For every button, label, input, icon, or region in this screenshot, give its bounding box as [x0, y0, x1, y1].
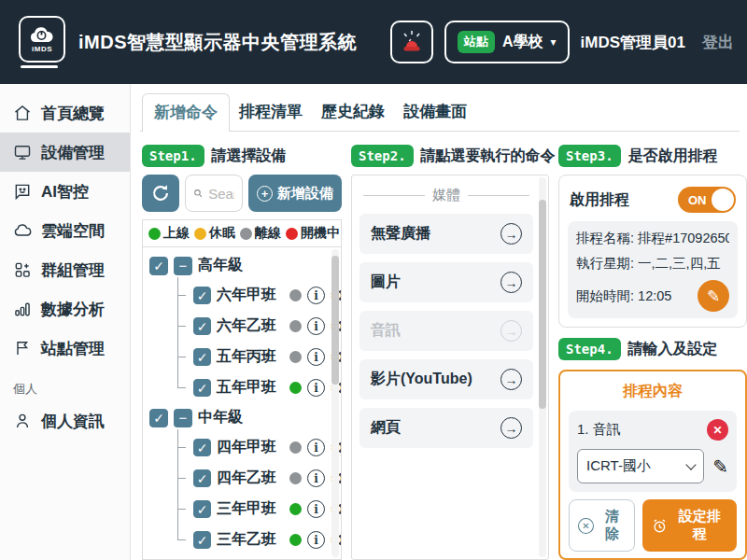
media-section-divider: 媒體 [363, 187, 529, 204]
step3-title: 是否啟用排程 [628, 147, 718, 166]
set-schedule-button[interactable]: 設定排程 [642, 499, 737, 552]
group-checkbox[interactable]: ✓ [149, 409, 168, 427]
sidebar-item-label: 首頁總覽 [41, 103, 105, 124]
tree-group-row: − 低年級 [149, 555, 328, 560]
tab-history[interactable]: 歷史紀錄 [312, 93, 394, 131]
search-input[interactable] [208, 186, 234, 202]
arrow-right-icon[interactable]: → [500, 272, 522, 293]
tab-device-screen[interactable]: 設備畫面 [394, 93, 476, 131]
sidebar-item-devices[interactable]: 設備管理 [0, 133, 130, 172]
online-status-dot [148, 228, 161, 240]
device-checkbox[interactable]: ✓ [193, 500, 211, 518]
schedule-info: 排程名稱: 排程#170926502... 執行星期: 一,二,三,四,五 開始… [568, 221, 738, 318]
pencil-icon[interactable]: ✎ [712, 455, 728, 478]
sidebar-item-profile[interactable]: 個人資訊 [0, 401, 130, 441]
tab-schedule-list[interactable]: 排程清單 [230, 93, 312, 131]
device-checkbox[interactable]: ✓ [193, 379, 211, 397]
group-icon [13, 260, 32, 279]
sidebar-item-analytics[interactable]: 數據分析 [0, 289, 130, 329]
command-silent-broadcast[interactable]: 無聲廣播 → [359, 214, 533, 254]
group-checkbox[interactable]: ✓ [149, 257, 168, 275]
tree-device-row: ✓ 六年甲班 i⚙ [149, 280, 328, 311]
tree-scrollbar[interactable] [331, 249, 339, 557]
schedule-time: 開始時間: 12:05 ✎ [576, 280, 729, 312]
info-icon[interactable]: i [307, 348, 325, 366]
alert-siren-button[interactable] [390, 21, 433, 63]
info-icon[interactable]: i [307, 317, 325, 335]
remove-item-button[interactable]: ✕ [707, 419, 728, 441]
info-icon[interactable]: i [307, 379, 325, 397]
sidebar: 首頁總覽 設備管理 AI智控 雲端空間 [0, 84, 131, 560]
person-icon [13, 412, 32, 430]
sidebar-item-label: 個人資訊 [41, 411, 105, 432]
device-checkbox[interactable]: ✓ [193, 317, 211, 335]
device-checkbox[interactable]: ✓ [193, 348, 211, 366]
refresh-button[interactable] [142, 175, 179, 212]
monitor-icon [13, 143, 32, 161]
status-dot [289, 351, 302, 363]
sidebar-item-label: 設備管理 [41, 142, 105, 163]
device-checkbox[interactable]: ✓ [193, 531, 211, 549]
tree-device-row: ✓ 六年乙班 i⚙ [149, 311, 328, 342]
siren-icon [400, 30, 424, 54]
clear-button[interactable]: ✕ 清除 [569, 499, 635, 552]
arrow-right-icon[interactable]: → [500, 369, 522, 390]
collapse-button[interactable]: − [174, 409, 192, 427]
command-webpage[interactable]: 網頁 → [359, 408, 533, 448]
schedule-content-title: 排程內容 [569, 382, 737, 401]
step3-badge: Step3. [558, 145, 621, 167]
tree-device-row: ✓ 五年甲班 i⚙ [149, 372, 328, 403]
collapse-button[interactable]: − [174, 257, 192, 275]
info-icon[interactable]: i [307, 469, 325, 487]
refresh-icon [150, 183, 171, 203]
bar-chart-icon [13, 300, 32, 318]
sidebar-section-personal: 個人 [0, 368, 130, 401]
plus-icon: + [257, 186, 273, 202]
logout-link[interactable]: 登出 [702, 32, 734, 53]
content-item-label: 1. 音訊 [577, 421, 621, 439]
sidebar-item-home[interactable]: 首頁總覽 [0, 93, 130, 133]
command-video-youtube[interactable]: 影片(YouTube) → [359, 359, 533, 399]
tab-new-command[interactable]: 新增命令 [142, 93, 230, 132]
arrow-right-icon[interactable]: → [500, 417, 522, 439]
audio-source-select[interactable]: ICRT-國小 [577, 449, 704, 483]
step1-column: Step1. 請選擇設備 [142, 141, 342, 560]
status-legend: 上線 休眠 離線 開機中 [142, 219, 342, 246]
site-selector[interactable]: 站點 A學校 ▾ [444, 21, 570, 63]
sidebar-item-sites[interactable]: 站點管理 [0, 329, 130, 368]
sidebar-item-cloud[interactable]: 雲端空間 [0, 211, 130, 250]
schedule-toggle[interactable]: ON [678, 187, 736, 213]
schedule-content-item: 1. 音訊 ✕ ICRT-國小 ✎ [569, 411, 737, 492]
status-dot [289, 534, 302, 546]
tree-group-row: ✓ − 中年級 [149, 403, 328, 432]
info-icon[interactable]: i [307, 500, 325, 518]
sidebar-item-groups[interactable]: 群組管理 [0, 250, 130, 289]
info-icon[interactable]: i [307, 287, 325, 304]
tree-group-row: ✓ − 高年級 [149, 251, 328, 280]
sidebar-item-ai[interactable]: AI智控 [0, 172, 130, 211]
info-icon[interactable]: i [307, 531, 325, 549]
app-logo: iMDS [13, 16, 65, 68]
edit-schedule-button[interactable]: ✎ [698, 280, 729, 312]
chevron-down-icon: ▾ [551, 35, 557, 49]
device-search[interactable] [185, 175, 243, 212]
status-dot [289, 472, 302, 484]
tree-device-row: ✓ 三年乙班 i⚙ [149, 525, 328, 555]
step1-title: 請選擇設備 [212, 147, 287, 166]
command-image[interactable]: 圖片 → [359, 262, 533, 302]
chevron-down-icon [686, 459, 697, 469]
logo-underline [21, 65, 58, 68]
status-dot [289, 441, 302, 454]
add-device-button[interactable]: + 新增設備 [248, 175, 342, 212]
arrow-right-icon[interactable]: → [500, 223, 522, 245]
device-checkbox[interactable]: ✓ [193, 287, 211, 304]
status-dot [289, 289, 302, 301]
device-checkbox[interactable]: ✓ [193, 439, 211, 456]
tree-device-row: ✓ 五年丙班 i⚙ [149, 342, 328, 372]
command-scrollbar[interactable] [539, 177, 546, 557]
tab-bar: 新增命令 排程清單 歷史紀錄 設備畫面 [140, 93, 740, 132]
command-audio: 音訊 → [359, 311, 533, 351]
info-icon[interactable]: i [307, 439, 325, 456]
cloud-icon [13, 221, 32, 240]
device-checkbox[interactable]: ✓ [193, 469, 211, 487]
